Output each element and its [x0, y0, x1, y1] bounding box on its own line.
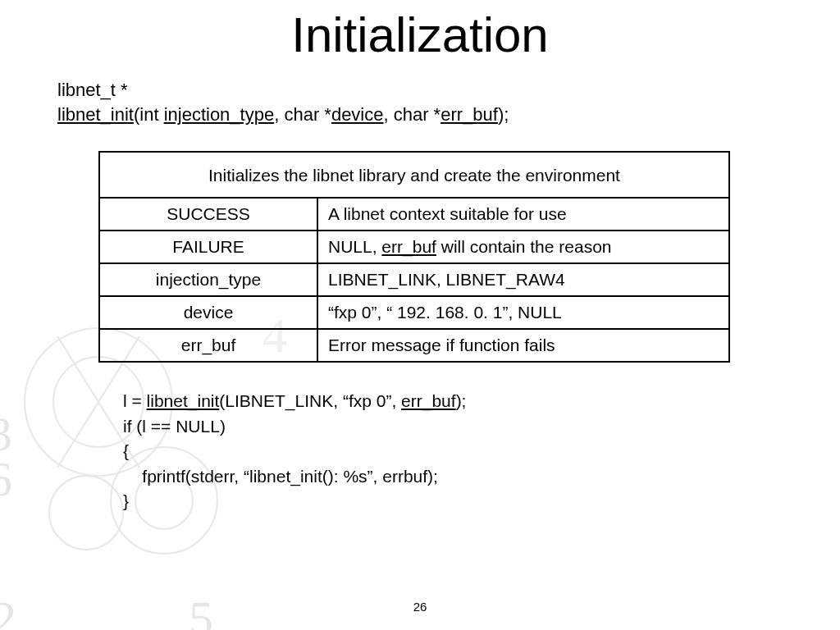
- description-table: Initializes the libnet library and creat…: [98, 151, 730, 363]
- row-desc: “fxp 0”, “ 192. 168. 0. 1”, NULL: [317, 296, 729, 329]
- row-desc: LIBNET_LINK, LIBNET_RAW4: [317, 263, 729, 296]
- row-desc-text: will contain the reason: [436, 237, 612, 256]
- row-desc-underline: err_buf: [381, 237, 436, 256]
- row-label: injection_type: [99, 263, 317, 296]
- code-line: }: [123, 491, 129, 510]
- table-row: SUCCESS A libnet context suitable for us…: [99, 198, 729, 231]
- sig-text: , char *: [383, 104, 441, 125]
- row-desc: A libnet context suitable for use: [317, 198, 729, 231]
- row-label: err_buf: [99, 329, 317, 362]
- table-header: Initializes the libnet library and creat…: [99, 152, 729, 198]
- sig-arg: device: [331, 104, 384, 125]
- row-desc: NULL, err_buf will contain the reason: [317, 231, 729, 263]
- sig-arg: err_buf: [441, 104, 498, 125]
- code-arg: err_buf: [401, 391, 456, 410]
- slide-title: Initialization: [0, 0, 840, 63]
- table-row: FAILURE NULL, err_buf will contain the r…: [99, 231, 729, 263]
- row-desc: Error message if function fails: [317, 329, 729, 362]
- row-label: device: [99, 296, 317, 329]
- row-label: FAILURE: [99, 231, 317, 263]
- code-line: fprintf(stderr, “libnet_init(): %s”, err…: [123, 467, 438, 486]
- return-type: libnet_t *: [57, 80, 128, 100]
- sig-text: , char *: [274, 104, 331, 125]
- sig-arg: injection_type: [164, 104, 275, 125]
- table-header-row: Initializes the libnet library and creat…: [99, 152, 729, 198]
- row-desc-text: A libnet context suitable for use: [328, 204, 567, 223]
- table-row: err_buf Error message if function fails: [99, 329, 729, 362]
- row-desc-text: NULL,: [328, 237, 381, 256]
- row-label: SUCCESS: [99, 198, 317, 231]
- row-desc-text: Error message if function fails: [328, 336, 555, 354]
- code-example: l = libnet_init(LIBNET_LINK, “fxp 0”, er…: [123, 389, 840, 514]
- table-row: injection_type LIBNET_LINK, LIBNET_RAW4: [99, 263, 729, 296]
- code-line: if (l == NULL): [123, 417, 226, 436]
- sig-text: (int: [134, 104, 164, 125]
- code-line: {: [123, 441, 129, 460]
- code-fn: libnet_init: [147, 391, 220, 410]
- slide: Initialization libnet_t * libnet_init(in…: [0, 0, 840, 630]
- code-text: (LIBNET_LINK, “fxp 0”,: [219, 391, 401, 410]
- sig-text: );: [498, 104, 509, 125]
- function-signature: libnet_t * libnet_init(int injection_typ…: [57, 78, 840, 126]
- code-text: );: [456, 391, 467, 410]
- table-row: device “fxp 0”, “ 192. 168. 0. 1”, NULL: [99, 296, 729, 329]
- row-desc-text: “fxp 0”, “ 192. 168. 0. 1”, NULL: [328, 303, 562, 322]
- page-number: 26: [0, 600, 840, 614]
- function-name: libnet_init: [57, 104, 134, 125]
- row-desc-text: LIBNET_LINK, LIBNET_RAW4: [328, 270, 565, 289]
- code-text: l =: [123, 391, 147, 410]
